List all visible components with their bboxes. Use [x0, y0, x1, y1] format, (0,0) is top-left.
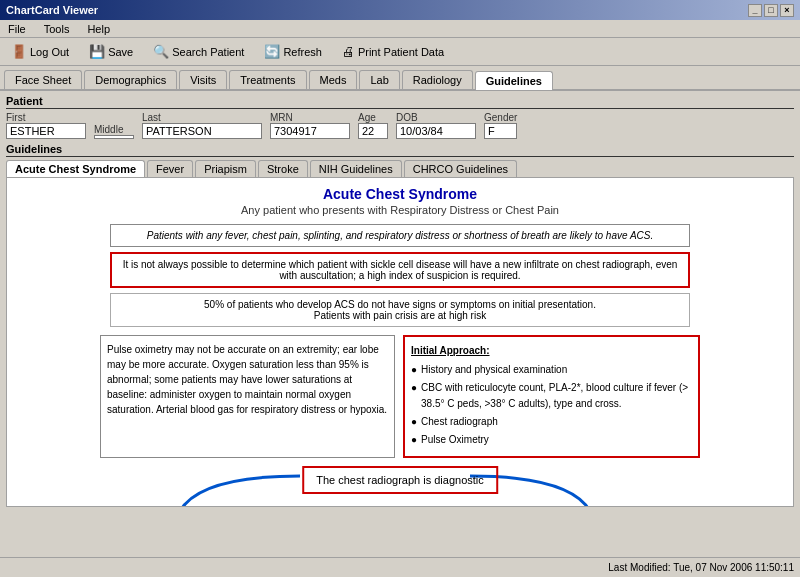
window-controls: _ □ ×	[748, 4, 794, 17]
acs-info-box: Patients with any fever, chest pain, spl…	[110, 224, 690, 247]
guidelines-section-title: Guidelines	[6, 143, 794, 157]
bullet-4: ● Pulse Oximetry	[411, 432, 692, 448]
gender-field: Gender F	[484, 112, 517, 139]
search-patient-button[interactable]: 🔍 Search Patient	[148, 41, 249, 62]
mrn-label: MRN	[270, 112, 350, 123]
acs-title: Acute Chest Syndrome	[15, 186, 785, 202]
dob-label: DOB	[396, 112, 476, 123]
logout-button[interactable]: 🚪 Log Out	[6, 41, 74, 62]
refresh-button[interactable]: 🔄 Refresh	[259, 41, 327, 62]
print-icon: 🖨	[342, 44, 355, 59]
acs-right-col-title: Initial Approach:	[411, 343, 692, 359]
dob-value: 10/03/84	[396, 123, 476, 139]
menu-file[interactable]: File	[4, 23, 30, 35]
search-icon: 🔍	[153, 44, 169, 59]
middle-name-field: Middle	[94, 124, 134, 139]
gender-value: F	[484, 123, 517, 139]
tab-priapism[interactable]: Priapism	[195, 160, 256, 177]
age-value: 22	[358, 123, 388, 139]
bullet-1: ● History and physical examination	[411, 362, 692, 378]
last-name-value: PATTERSON	[142, 123, 262, 139]
first-name-value: ESTHER	[6, 123, 86, 139]
last-name-field: Last PATTERSON	[142, 112, 262, 139]
tab-radiology[interactable]: Radiology	[402, 70, 473, 89]
patient-fields: First ESTHER Middle Last PATTERSON MRN 7…	[6, 112, 794, 139]
age-field: Age 22	[358, 112, 388, 139]
tab-stroke[interactable]: Stroke	[258, 160, 308, 177]
menu-bar: File Tools Help	[0, 20, 800, 38]
bullet-2: ● CBC with reticulocyte count, PLA-2*, b…	[411, 380, 692, 412]
minimize-button[interactable]: _	[748, 4, 762, 17]
acs-right-col: Initial Approach: ● History and physical…	[403, 335, 700, 458]
close-button[interactable]: ×	[780, 4, 794, 17]
tab-visits[interactable]: Visits	[179, 70, 227, 89]
mrn-value: 7304917	[270, 123, 350, 139]
acs-two-col: Pulse oximetry may not be accurate on an…	[100, 335, 700, 458]
patient-section: Patient First ESTHER Middle Last PATTERS…	[6, 95, 794, 139]
content-area: Patient First ESTHER Middle Last PATTERS…	[0, 91, 800, 552]
dob-field: DOB 10/03/84	[396, 112, 476, 139]
middle-name-value	[94, 135, 134, 139]
first-name-label: First	[6, 112, 86, 123]
first-name-field: First ESTHER	[6, 112, 86, 139]
guidelines-content-area[interactable]: Acute Chest Syndrome Any patient who pre…	[6, 177, 794, 507]
middle-name-label: Middle	[94, 124, 134, 135]
tab-fever[interactable]: Fever	[147, 160, 193, 177]
print-button[interactable]: 🖨 Print Patient Data	[337, 41, 449, 62]
title-bar: ChartCard Viewer _ □ ×	[0, 0, 800, 20]
maximize-button[interactable]: □	[764, 4, 778, 17]
last-name-label: Last	[142, 112, 262, 123]
app-title: ChartCard Viewer	[6, 4, 98, 16]
tab-meds[interactable]: Meds	[309, 70, 358, 89]
logout-icon: 🚪	[11, 44, 27, 59]
guidelines-tab-bar: Acute Chest Syndrome Fever Priapism Stro…	[6, 160, 794, 177]
tab-face-sheet[interactable]: Face Sheet	[4, 70, 82, 89]
acs-subtitle: Any patient who presents with Respirator…	[15, 204, 785, 216]
tab-demographics[interactable]: Demographics	[84, 70, 177, 89]
gender-label: Gender	[484, 112, 517, 123]
tab-lab[interactable]: Lab	[359, 70, 399, 89]
acs-note-box: 50% of patients who develop ACS do not h…	[110, 293, 690, 327]
tab-guidelines[interactable]: Guidelines	[475, 71, 553, 90]
acs-warning-box: It is not always possible to determine w…	[110, 252, 690, 288]
save-icon: 💾	[89, 44, 105, 59]
main-tab-bar: Face Sheet Demographics Visits Treatment…	[0, 66, 800, 91]
diagnostic-box: The chest radiograph is diagnostic	[302, 466, 498, 494]
patient-section-title: Patient	[6, 95, 794, 109]
tab-acs[interactable]: Acute Chest Syndrome	[6, 160, 145, 177]
guidelines-section: Guidelines Acute Chest Syndrome Fever Pr…	[6, 143, 794, 507]
menu-help[interactable]: Help	[83, 23, 114, 35]
menu-tools[interactable]: Tools	[40, 23, 74, 35]
acs-left-col: Pulse oximetry may not be accurate on an…	[100, 335, 395, 458]
save-button[interactable]: 💾 Save	[84, 41, 138, 62]
bullet-3: ● Chest radiograph	[411, 414, 692, 430]
tab-treatments[interactable]: Treatments	[229, 70, 306, 89]
mrn-field: MRN 7304917	[270, 112, 350, 139]
last-modified-text: Last Modified: Tue, 07 Nov 2006 11:50:11	[608, 562, 794, 573]
toolbar: 🚪 Log Out 💾 Save 🔍 Search Patient 🔄 Refr…	[0, 38, 800, 66]
tab-chrco[interactable]: CHRCO Guidelines	[404, 160, 517, 177]
refresh-icon: 🔄	[264, 44, 280, 59]
status-bar: Last Modified: Tue, 07 Nov 2006 11:50:11	[0, 557, 800, 577]
tab-nih[interactable]: NIH Guidelines	[310, 160, 402, 177]
age-label: Age	[358, 112, 388, 123]
